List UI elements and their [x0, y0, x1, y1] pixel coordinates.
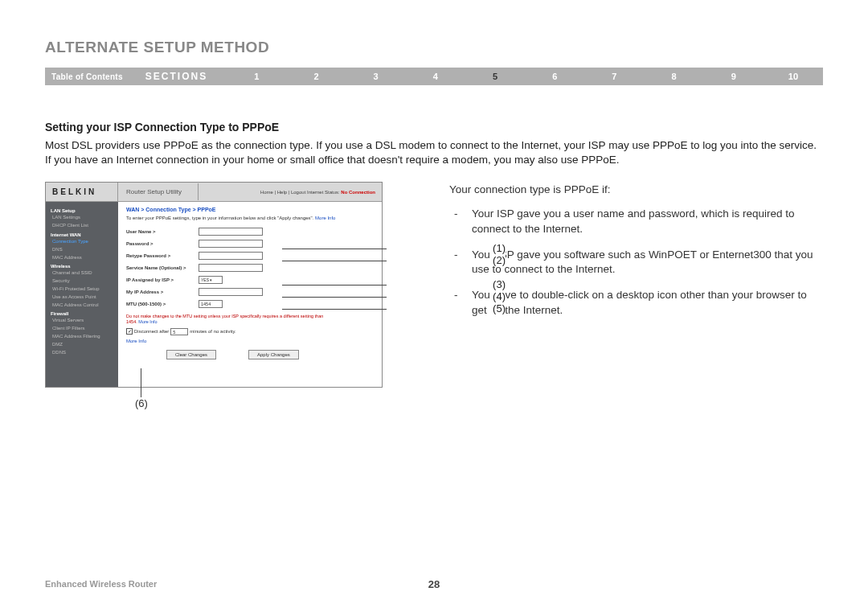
- more-info-bottom[interactable]: More Info: [126, 339, 374, 343]
- label-service-name: Service Name (Optional) >: [126, 265, 199, 270]
- select-ip-assigned[interactable]: YES ▾: [199, 276, 223, 284]
- mtu-warning: Do not make changes to the MTU setting u…: [126, 314, 327, 324]
- sidebar-item[interactable]: Client IP Filters: [52, 326, 115, 332]
- sidebar-item[interactable]: DMZ: [52, 342, 115, 348]
- sidebar-item[interactable]: DDNS: [52, 350, 115, 356]
- label-password: Password >: [126, 241, 199, 246]
- sidebar-item[interactable]: LAN Settings: [52, 215, 115, 221]
- input-username[interactable]: [199, 228, 263, 236]
- sidebar-item[interactable]: Virtual Servers: [52, 318, 115, 324]
- apply-changes-button[interactable]: Apply Changes: [248, 350, 299, 359]
- page-title: ALTERNATE SETUP METHOD: [45, 39, 823, 56]
- sections-label: SECTIONS: [145, 71, 207, 82]
- sidebar-item[interactable]: MAC Address: [52, 255, 115, 261]
- more-info-link-2[interactable]: More Info: [138, 319, 157, 324]
- label-retype-password: Retype Password >: [126, 253, 199, 258]
- input-service-name[interactable]: [199, 264, 263, 272]
- section-9[interactable]: 9: [704, 72, 764, 81]
- bullet-text: Your ISP gave you software such as WinPO…: [472, 248, 823, 277]
- screenshot-main: WAN > Connection Type > PPPoE To enter y…: [118, 202, 382, 387]
- bullet-text: You have to double-click on a desktop ic…: [472, 288, 823, 317]
- section-6[interactable]: 6: [525, 72, 584, 81]
- section-2[interactable]: 2: [286, 72, 346, 81]
- toc-link[interactable]: Table of Contents: [51, 72, 123, 81]
- page-number: 28: [428, 578, 440, 590]
- section-7[interactable]: 7: [584, 72, 644, 81]
- section-3[interactable]: 3: [346, 72, 406, 81]
- callout-4: (4): [489, 290, 506, 302]
- disconnect-checkbox[interactable]: ✓: [126, 328, 133, 335]
- screenshot-description: To enter your PPPoE settings, type in yo…: [126, 216, 374, 220]
- sidebar-item[interactable]: DHCP Client List: [52, 223, 115, 229]
- sidebar-group-wan: Internet WAN: [51, 232, 115, 237]
- sub-heading: Setting your ISP Connection Type to PPPo…: [45, 121, 823, 134]
- clear-changes-button[interactable]: Clear Changes: [166, 350, 216, 359]
- callout-3: (3): [489, 278, 506, 290]
- body-paragraph: Most DSL providers use PPPoE as the conn…: [45, 138, 823, 167]
- bullet-dash: -: [449, 207, 472, 236]
- section-8[interactable]: 8: [644, 72, 703, 81]
- sidebar-item[interactable]: MAC Address Filtering: [52, 334, 115, 340]
- topnav-links[interactable]: Home | Help | Logout Internet Status:: [260, 190, 340, 195]
- sidebar-group-wireless: Wireless: [51, 264, 115, 269]
- sidebar-item[interactable]: DNS: [52, 247, 115, 253]
- sidebar: LAN Setup LAN Settings DHCP Client List …: [46, 202, 118, 387]
- sidebar-item[interactable]: MAC Address Control: [52, 302, 115, 309]
- section-4[interactable]: 4: [406, 72, 465, 81]
- callout-1: (1): [489, 242, 506, 254]
- input-my-ip[interactable]: [199, 288, 263, 296]
- section-1[interactable]: 1: [227, 72, 286, 81]
- section-5[interactable]: 5: [465, 72, 525, 81]
- disconnect-minutes-input[interactable]: 5: [170, 328, 188, 335]
- label-mtu: MTU (500-1500) >: [126, 302, 199, 306]
- sidebar-item[interactable]: Security: [52, 278, 115, 285]
- sidebar-item-active[interactable]: Connection Type: [52, 239, 115, 245]
- sidebar-group-firewall: Firewall: [51, 311, 115, 316]
- sidebar-item[interactable]: Wi-Fi Protected Setup: [52, 286, 115, 293]
- screenshot-wrapper: BELKIN Router Setup Utility Home | Help …: [45, 182, 411, 388]
- sidebar-item[interactable]: Channel and SSID: [52, 270, 115, 277]
- bullet-dash: -: [449, 288, 472, 317]
- bullet-text: Your ISP gave you a user name and passwo…: [472, 207, 823, 236]
- label-username: User Name >: [126, 229, 199, 234]
- bullet-dash: -: [449, 248, 472, 277]
- footer-product: Enhanced Wireless Router: [45, 579, 157, 589]
- belkin-logo: BELKIN: [46, 183, 118, 201]
- internet-status: No Connection: [341, 190, 375, 195]
- sidebar-group-lan: LAN Setup: [51, 208, 115, 213]
- top-nav: Home | Help | Logout Internet Status: No…: [199, 185, 382, 199]
- callout-2: (2): [489, 254, 506, 266]
- label-my-ip: My IP Address >: [126, 290, 199, 294]
- footer: Enhanced Wireless Router 28: [45, 579, 823, 589]
- sidebar-item[interactable]: Use as Access Point: [52, 294, 115, 301]
- callout-6: (6): [135, 397, 148, 409]
- utility-title: Router Setup Utility: [118, 183, 199, 200]
- input-retype-password[interactable]: [199, 252, 263, 260]
- breadcrumb: WAN > Connection Type > PPPoE: [126, 207, 374, 212]
- section-bar: Table of Contents SECTIONS 1 2 3 4 5 6 7…: [45, 68, 823, 85]
- right-lead: Your connection type is PPPoE if:: [449, 183, 823, 195]
- input-mtu[interactable]: 1454: [199, 300, 223, 308]
- section-10[interactable]: 10: [764, 72, 823, 81]
- callout-5: (5): [489, 302, 506, 314]
- input-password[interactable]: [199, 240, 263, 248]
- disconnect-row: ✓ Disconnect after 5 minutes of no activ…: [126, 328, 374, 335]
- more-info-link[interactable]: More Info: [315, 216, 335, 220]
- label-ip-assigned: IP Assigned by ISP >: [126, 277, 199, 282]
